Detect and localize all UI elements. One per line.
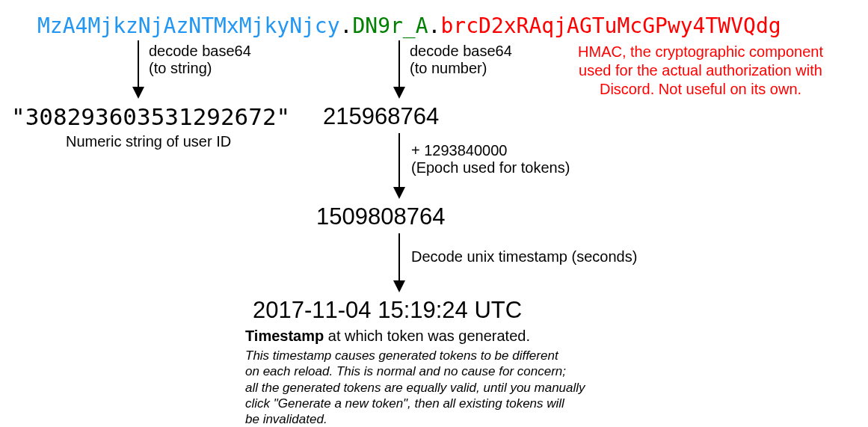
label-add-epoch: + 1293840000 (Epoch used for tokens) [411,142,606,176]
label-decode-to-string: decode base64 (to string) [149,43,276,77]
token-part-timestamp: DN9r_A [352,13,428,38]
timestamp-caption: Timestamp at which token was generated. [245,328,530,345]
token-dot-2: . [428,13,441,38]
token-part-hmac: brcD2xRAqjAGTuMcGPwy4TWVQdg [440,13,781,38]
token-part-userid: MzA4MjkzNjAzNTMxMjkyNjcy [37,13,340,38]
decoded-number: 215968764 [323,103,439,130]
token-dot-1: . [340,13,353,38]
label-decode-unix-timestamp: Decode unix timestamp (seconds) [411,248,665,265]
decoded-user-id: "308293603531292672" [11,103,290,130]
token-row: MzA4MjkzNjAzNTMxMjkyNjcy.DN9r_A.brcD2xRA… [37,13,781,38]
epoch-sum: 1509808764 [316,203,445,230]
decoded-timestamp: 2017-11-04 15:19:24 UTC [253,297,522,324]
timestamp-explanation: This timestamp causes generated tokens t… [245,348,634,427]
hmac-description: HMAC, the cryptographic component used f… [551,43,850,99]
decoded-user-id-caption: Numeric string of user ID [66,133,231,150]
label-decode-to-number: decode base64 (to number) [410,43,544,77]
